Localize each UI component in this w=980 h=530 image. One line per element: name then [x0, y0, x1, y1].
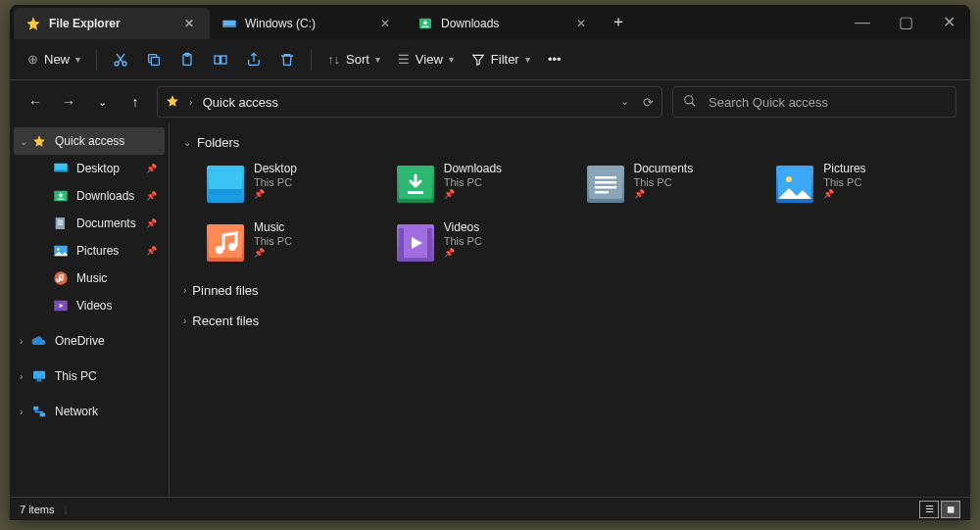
- folder-location: This PC: [254, 235, 292, 247]
- sidebar-item-label: Downloads: [76, 189, 134, 203]
- sidebar-item-label: Documents: [76, 217, 136, 230]
- up-button[interactable]: ↑: [123, 90, 147, 114]
- close-window-button[interactable]: ✕: [927, 5, 970, 39]
- separator: [311, 49, 312, 71]
- cut-button[interactable]: [105, 45, 136, 74]
- status-items-count: 7 items: [20, 504, 54, 515]
- pin-icon: 📌: [254, 189, 297, 199]
- svg-rect-36: [595, 186, 616, 189]
- close-icon[interactable]: ✕: [572, 15, 590, 32]
- sidebar-item-label: Network: [55, 405, 98, 418]
- pin-icon: 📌: [146, 218, 157, 228]
- tab-file-explorer[interactable]: File Explorer ✕: [14, 8, 210, 39]
- dropdown-icon[interactable]: ⌄: [620, 95, 629, 110]
- svg-point-39: [786, 176, 792, 182]
- downloads-icon: [53, 188, 69, 204]
- section-recent-files[interactable]: › Recent files: [183, 310, 956, 338]
- chevron-down-icon: ▾: [449, 54, 454, 65]
- svg-rect-16: [56, 217, 65, 229]
- sidebar-item-this-pc[interactable]: › This PC: [14, 362, 165, 390]
- view-details-button[interactable]: ☰: [919, 501, 939, 518]
- sort-label: Sort: [346, 52, 369, 67]
- new-button[interactable]: ⊕ New ▾: [20, 45, 88, 74]
- address-bar[interactable]: › Quick access ⌄ ⟳: [157, 86, 662, 118]
- sidebar-item-quick-access[interactable]: ⌄ Quick access: [14, 127, 165, 155]
- sidebar-item-pictures[interactable]: Pictures 📌: [14, 237, 165, 265]
- copy-button[interactable]: [138, 45, 170, 74]
- svg-rect-9: [215, 56, 220, 64]
- sidebar-item-music[interactable]: Music: [14, 265, 165, 292]
- chevron-right-icon: ›: [183, 315, 186, 326]
- more-button[interactable]: •••: [540, 45, 569, 74]
- videos-folder-icon: [397, 224, 434, 262]
- music-icon: [53, 270, 69, 286]
- history-button[interactable]: ⌄: [90, 90, 114, 114]
- folder-location: This PC: [823, 176, 865, 188]
- sidebar-item-label: Pictures: [76, 244, 119, 258]
- section-pinned-files[interactable]: › Pinned files: [183, 279, 956, 308]
- svg-rect-35: [595, 181, 616, 184]
- tab-label: Downloads: [441, 17, 572, 30]
- svg-rect-30: [209, 189, 242, 195]
- pin-icon: 📌: [444, 189, 502, 199]
- folder-videos[interactable]: VideosThis PC📌: [395, 218, 577, 271]
- folder-name: Documents: [634, 162, 694, 175]
- sidebar-item-downloads[interactable]: Downloads 📌: [14, 182, 165, 210]
- maximize-button[interactable]: ▢: [884, 5, 927, 39]
- pin-icon: 📌: [823, 189, 865, 199]
- filter-button[interactable]: Filter ▾: [464, 45, 538, 74]
- chevron-down-icon: ▾: [75, 54, 80, 65]
- desktop-icon: [53, 161, 69, 176]
- separator: [96, 49, 97, 71]
- tab-bar: File Explorer ✕ Windows (C:) ✕ Downloads…: [10, 5, 970, 39]
- drive-icon: [221, 16, 237, 31]
- close-icon[interactable]: ✕: [180, 15, 198, 32]
- svg-rect-17: [58, 220, 63, 221]
- music-folder-icon: [207, 224, 244, 262]
- delete-button[interactable]: [271, 45, 303, 74]
- folder-desktop[interactable]: DesktopThis PC📌: [205, 160, 387, 213]
- new-tab-button[interactable]: ＋: [602, 6, 635, 39]
- address-location: Quick access: [203, 95, 278, 110]
- folder-downloads[interactable]: DownloadsThis PC📌: [395, 160, 577, 213]
- chevron-right-icon: ›: [20, 336, 23, 347]
- sort-button[interactable]: ↑↓ Sort ▾: [319, 45, 388, 74]
- tab-label: File Explorer: [49, 17, 180, 30]
- section-label: Pinned files: [192, 283, 258, 298]
- section-folders[interactable]: ⌄ Folders: [183, 131, 956, 160]
- folder-documents[interactable]: DocumentsThis PC📌: [585, 160, 767, 213]
- folder-music[interactable]: MusicThis PC📌: [205, 218, 387, 271]
- forward-button[interactable]: →: [57, 90, 80, 114]
- close-icon[interactable]: ✕: [376, 15, 394, 32]
- sidebar-item-documents[interactable]: Documents 📌: [14, 210, 165, 237]
- view-button[interactable]: ☰ View ▾: [390, 45, 462, 74]
- tab-windows-c[interactable]: Windows (C:) ✕: [210, 8, 406, 39]
- svg-rect-6: [151, 57, 159, 65]
- folder-name: Downloads: [444, 162, 502, 175]
- search-input[interactable]: [707, 94, 946, 111]
- tab-downloads[interactable]: Downloads ✕: [406, 8, 602, 39]
- sidebar-item-videos[interactable]: Videos: [14, 292, 165, 319]
- sidebar-item-label: OneDrive: [55, 334, 105, 348]
- share-button[interactable]: [238, 45, 270, 74]
- svg-rect-18: [58, 222, 63, 223]
- view-tiles-button[interactable]: ◼: [941, 501, 960, 518]
- network-icon: [31, 404, 47, 419]
- folder-pictures[interactable]: PicturesThis PC📌: [774, 160, 956, 213]
- search-box[interactable]: [672, 86, 956, 118]
- chevron-right-icon: ›: [20, 371, 23, 382]
- folder-name: Pictures: [823, 162, 865, 175]
- sidebar-item-onedrive[interactable]: › OneDrive: [14, 327, 165, 355]
- sidebar-item-network[interactable]: › Network: [14, 398, 165, 425]
- folder-location: This PC: [254, 176, 297, 188]
- section-label: Recent files: [192, 313, 259, 328]
- minimize-button[interactable]: —: [841, 5, 884, 39]
- back-button[interactable]: ←: [24, 90, 47, 114]
- paste-button[interactable]: [172, 45, 203, 74]
- chevron-right-icon: ›: [183, 285, 186, 296]
- refresh-icon[interactable]: ⟳: [643, 95, 654, 110]
- pin-icon: 📌: [146, 191, 157, 201]
- sidebar-item-desktop[interactable]: Desktop 📌: [14, 155, 165, 182]
- rename-button[interactable]: [205, 45, 236, 74]
- status-bar: 7 items | ☰ ◼: [10, 497, 970, 520]
